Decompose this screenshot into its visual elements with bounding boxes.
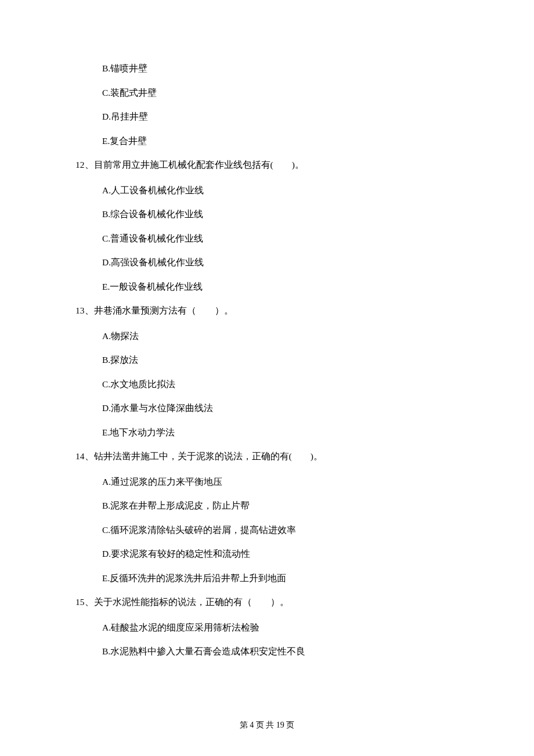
q12-option-d: D.高强设备机械化作业线 — [102, 258, 459, 267]
q12-stem: 12、目前常用立井施工机械化配套作业线包括有( )。 — [75, 160, 459, 170]
q11-option-d: D.吊挂井壁 — [102, 112, 459, 121]
q12-option-a: A.人工设备机械化作业线 — [102, 186, 459, 195]
q14-option-e: E.反循环洗井的泥浆洗井后沿井帮上升到地面 — [102, 574, 459, 583]
q13-option-d: D.涌水量与水位降深曲线法 — [102, 404, 459, 413]
q13-option-b: B.探放法 — [102, 355, 459, 365]
q15-stem: 15、关于水泥性能指标的说法，正确的有（ ）。 — [75, 597, 459, 607]
q13-option-c: C.水文地质比拟法 — [102, 380, 459, 389]
q11-option-b: B.锚喷井壁 — [102, 64, 459, 73]
q12-option-b: B.综合设备机械化作业线 — [102, 210, 459, 219]
q15-option-a: A.硅酸盐水泥的细度应采用筛析法检验 — [102, 623, 459, 632]
q14-option-c: C.循环泥浆清除钻头破碎的岩屑，提高钻进效率 — [102, 525, 459, 535]
page-footer: 第 4 页 共 19 页 — [0, 721, 534, 729]
q15-option-b: B.水泥熟料中掺入大量石膏会造成体积安定性不良 — [102, 647, 459, 656]
q14-option-a: A.通过泥浆的压力来平衡地压 — [102, 477, 459, 487]
q14-option-b: B.泥浆在井帮上形成泥皮，防止片帮 — [102, 501, 459, 510]
q12-option-e: E.一般设备机械化作业线 — [102, 282, 459, 291]
q13-option-a: A.物探法 — [102, 332, 459, 341]
q11-option-e: E.复合井壁 — [102, 136, 459, 146]
q13-stem: 13、井巷涌水量预测方法有（ ）。 — [75, 306, 459, 315]
page-content: B.锚喷井壁 C.装配式井壁 D.吊挂井壁 E.复合井壁 12、目前常用立井施工… — [0, 0, 534, 656]
q13-option-e: E.地下水动力学法 — [102, 428, 459, 437]
q14-stem: 14、钻井法凿井施工中，关于泥浆的说法，正确的有( )。 — [75, 452, 459, 461]
q11-option-c: C.装配式井壁 — [102, 88, 459, 98]
q12-option-c: C.普通设备机械化作业线 — [102, 234, 459, 243]
q14-option-d: D.要求泥浆有较好的稳定性和流动性 — [102, 549, 459, 559]
